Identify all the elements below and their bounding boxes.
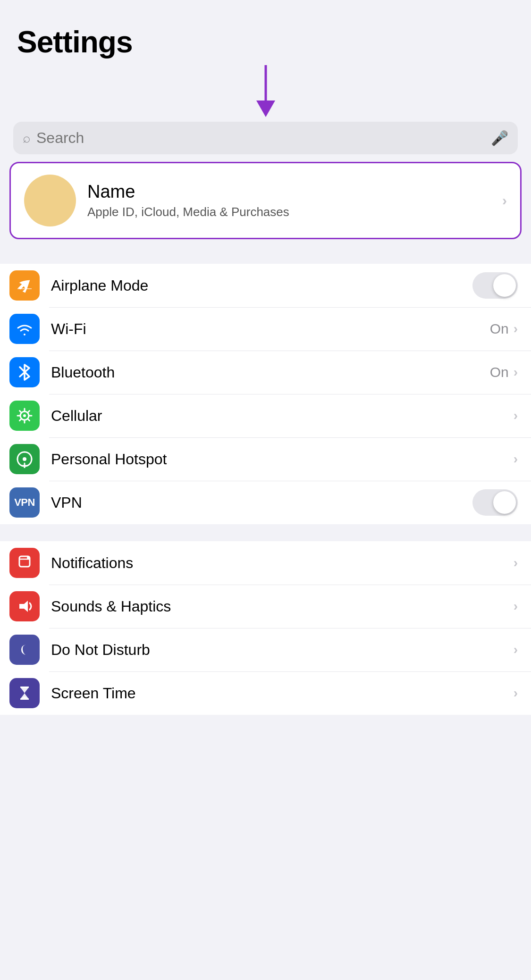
bluetooth-icon xyxy=(9,357,40,387)
section-gap-1 xyxy=(0,247,531,264)
sounds-haptics-label: Sounds & Haptics xyxy=(51,598,514,615)
list-item[interactable]: Wi-Fi On › xyxy=(0,307,531,351)
purple-arrow-svg xyxy=(254,65,278,122)
airplane-svg xyxy=(16,277,33,294)
vpn-icon: VPN xyxy=(9,487,40,518)
list-item[interactable]: Notifications › xyxy=(0,541,531,585)
profile-card[interactable]: Name Apple ID, iCloud, Media & Purchases… xyxy=(9,162,522,239)
cellular-icon xyxy=(9,401,40,431)
svg-point-4 xyxy=(23,457,26,461)
toggle-knob xyxy=(493,491,516,514)
svg-rect-10 xyxy=(20,698,29,700)
cellular-label: Cellular xyxy=(51,407,514,425)
sounds-svg xyxy=(16,597,34,615)
list-item[interactable]: Cellular › xyxy=(0,394,531,437)
screen-time-label: Screen Time xyxy=(51,685,514,702)
header-section: Settings xyxy=(0,0,531,65)
section-gap-2 xyxy=(0,524,531,541)
list-item[interactable]: Airplane Mode xyxy=(0,264,531,307)
personal-hotspot-label: Personal Hotspot xyxy=(51,451,514,468)
bluetooth-chevron-icon: › xyxy=(514,365,518,380)
bluetooth-label: Bluetooth xyxy=(51,364,490,381)
svg-point-3 xyxy=(23,414,26,417)
vpn-toggle[interactable] xyxy=(472,489,518,516)
hourglass-svg xyxy=(16,684,34,702)
airplane-mode-toggle[interactable] xyxy=(472,272,518,299)
notifications-label: Notifications xyxy=(51,554,514,572)
airplane-mode-icon xyxy=(9,270,40,301)
bottom-padding xyxy=(0,715,531,743)
cellular-chevron-icon: › xyxy=(514,408,518,423)
hotspot-svg xyxy=(16,450,34,468)
notifications-chevron-icon: › xyxy=(514,555,518,570)
wifi-icon xyxy=(9,314,40,344)
sounds-icon xyxy=(9,591,40,621)
profile-info: Name Apple ID, iCloud, Media & Purchases xyxy=(87,182,491,219)
annotation-arrow xyxy=(0,65,531,122)
microphone-icon[interactable]: 🎤 xyxy=(491,130,508,146)
airplane-mode-label: Airplane Mode xyxy=(51,277,472,294)
search-icon: ⌕ xyxy=(23,131,31,146)
sounds-chevron-icon: › xyxy=(514,599,518,614)
profile-chevron-icon: › xyxy=(502,193,507,209)
notifications-svg xyxy=(16,554,34,572)
search-input[interactable] xyxy=(36,129,485,147)
toggle-knob xyxy=(493,274,516,297)
do-not-disturb-label: Do Not Disturb xyxy=(51,641,514,659)
list-item[interactable]: Personal Hotspot › xyxy=(0,437,531,481)
svg-marker-8 xyxy=(19,601,28,612)
list-item[interactable]: Bluetooth On › xyxy=(0,351,531,394)
wifi-chevron-icon: › xyxy=(514,321,518,336)
personal-hotspot-chevron-icon: › xyxy=(514,452,518,467)
avatar xyxy=(24,175,76,226)
do-not-disturb-icon xyxy=(9,635,40,665)
svg-rect-9 xyxy=(20,687,29,688)
wifi-value: On xyxy=(490,321,509,337)
moon-svg xyxy=(16,641,34,659)
list-item[interactable]: Sounds & Haptics › xyxy=(0,585,531,628)
profile-name: Name xyxy=(87,182,491,202)
screen-time-icon xyxy=(9,678,40,708)
wifi-label: Wi-Fi xyxy=(51,320,490,338)
wifi-svg xyxy=(16,321,34,336)
list-item[interactable]: Screen Time › xyxy=(0,671,531,715)
personal-hotspot-icon xyxy=(9,444,40,474)
screen-time-chevron-icon: › xyxy=(514,686,518,701)
search-container: ⌕ 🎤 xyxy=(0,117,531,162)
search-bar[interactable]: ⌕ 🎤 xyxy=(13,122,518,154)
system-section: Notifications › Sounds & Haptics › Do No… xyxy=(0,541,531,715)
notifications-icon xyxy=(9,548,40,578)
bluetooth-value: On xyxy=(490,364,509,380)
bluetooth-svg xyxy=(17,362,32,382)
connectivity-section: Airplane Mode Wi-Fi On › xyxy=(0,264,531,524)
svg-point-7 xyxy=(27,556,30,559)
do-not-disturb-chevron-icon: › xyxy=(514,642,518,657)
settings-page: Settings ⌕ 🎤 Name Apple ID, iCloud, Medi… xyxy=(0,0,531,743)
vpn-label: VPN xyxy=(51,494,472,511)
page-title: Settings xyxy=(17,25,514,59)
vpn-text-label: VPN xyxy=(14,496,35,509)
svg-marker-1 xyxy=(256,101,275,117)
cellular-svg xyxy=(16,407,34,425)
list-item[interactable]: VPN VPN xyxy=(0,481,531,524)
list-item[interactable]: Do Not Disturb › xyxy=(0,628,531,671)
profile-subtitle: Apple ID, iCloud, Media & Purchases xyxy=(87,205,491,219)
